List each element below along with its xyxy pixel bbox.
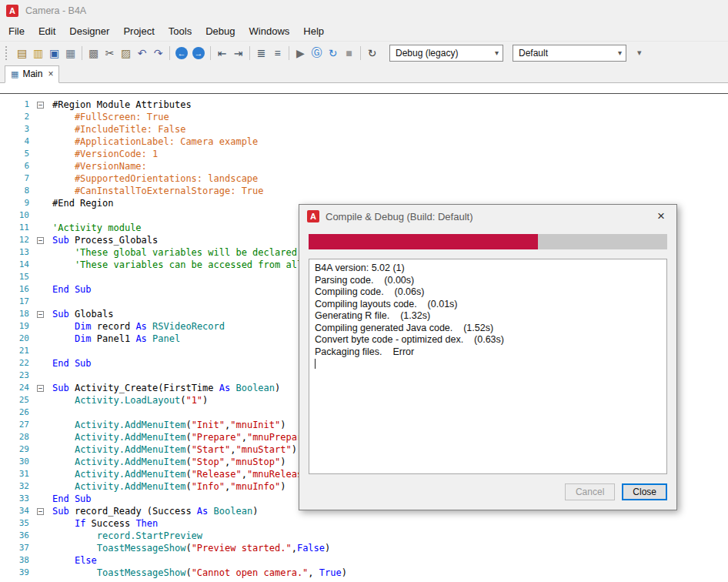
fold-margin [37, 259, 52, 271]
indent-icon[interactable]: ⇥ [230, 45, 246, 61]
copy-icon[interactable]: ▩ [85, 45, 102, 61]
redo-icon[interactable]: ↷ [150, 45, 166, 61]
code-line: 8 #CanInstallToExternalStorage: True [0, 185, 728, 197]
toolbar-overflow-icon[interactable]: ▾ [634, 46, 645, 59]
line-number: 30 [0, 456, 37, 468]
fold-margin: − [37, 99, 52, 111]
open-icon[interactable]: ▥ [30, 45, 46, 61]
code-line: 38 Else [0, 554, 728, 567]
fold-margin [37, 283, 52, 296]
tab-close-icon[interactable]: × [48, 69, 53, 79]
code-text: #VersionCode: 1 [52, 148, 158, 160]
fold-toggle-icon[interactable]: − [37, 102, 44, 109]
fold-margin [37, 357, 52, 370]
menu-tools[interactable]: Tools [162, 23, 199, 39]
back-icon[interactable]: ← [175, 47, 188, 59]
designer-icon[interactable]: ▦ [62, 45, 78, 61]
titlebar: A Camera - B4A [0, 0, 728, 22]
rerun-icon[interactable]: ↻ [325, 45, 341, 61]
line-number: 31 [0, 468, 37, 480]
menu-edit[interactable]: Edit [32, 23, 62, 39]
fold-margin [37, 333, 52, 345]
editor-gap [0, 83, 728, 93]
line-number: 19 [0, 320, 37, 333]
menu-designer[interactable]: Designer [62, 23, 116, 39]
fold-toggle-icon[interactable]: − [37, 311, 44, 318]
code-text: Sub Process_Globals [52, 234, 158, 246]
outdent-icon[interactable]: ⇤ [214, 45, 230, 61]
code-text: #IncludeTitle: False [52, 123, 185, 135]
line-number: 18 [0, 308, 37, 320]
line-number: 36 [0, 530, 37, 542]
comment-icon[interactable]: ≣ [253, 45, 269, 61]
window-title: Camera - B4A [25, 5, 86, 16]
chevron-down-icon: ▾ [618, 48, 622, 57]
fold-margin [37, 394, 52, 406]
fold-margin [37, 172, 52, 185]
line-number: 34 [0, 505, 37, 517]
menu-debug[interactable]: Debug [199, 23, 242, 39]
code-line: 6 #VersionName: [0, 160, 728, 172]
cut-icon[interactable]: ✂ [102, 45, 118, 61]
dialog-close-icon[interactable]: × [653, 209, 669, 224]
new-module-icon[interactable]: ▤ [14, 45, 30, 61]
code-text: Activity.AddMenuItem("Stop","mnuStop") [52, 456, 286, 468]
line-number: 17 [0, 296, 37, 308]
fold-toggle-icon[interactable]: − [37, 508, 44, 515]
code-text: End Sub [52, 283, 92, 296]
toolbar-separator [360, 46, 361, 60]
code-text: ToastMessageShow("Preview started.",Fals… [52, 542, 330, 554]
fold-margin [37, 443, 52, 456]
code-text: Activity.AddMenuItem("Start","mnuStart") [52, 443, 297, 456]
menu-windows[interactable]: Windows [242, 23, 297, 39]
run-icon[interactable]: ▶ [292, 45, 309, 61]
dialog-titlebar[interactable]: A Compile & Debug (Build: Default) × [299, 205, 676, 228]
undo-icon[interactable]: ↶ [134, 45, 150, 61]
menu-file[interactable]: File [2, 23, 32, 39]
fold-margin: − [37, 505, 52, 517]
dialog-buttons: Cancel Close [299, 474, 676, 510]
code-text: #CanInstallToExternalStorage: True [52, 185, 264, 197]
code-text: ToastMessageShow("Cannot open camera.", … [52, 567, 347, 579]
dialog-title: Compile & Debug (Build: Default) [326, 211, 647, 222]
code-text: Sub Globals [52, 308, 113, 320]
code-text: 'Activity module [52, 222, 142, 234]
log-line: Convert byte code - optimized dex. (0.63… [315, 334, 661, 346]
profile-dropdown[interactable]: Default ▾ [513, 45, 626, 62]
tab-strip: ▦ Main × [0, 64, 728, 83]
fold-toggle-icon[interactable]: − [37, 237, 44, 244]
log-area[interactable]: B4A version: 5.02 (1)Parsing code. (0.00… [309, 259, 667, 474]
tab-main[interactable]: ▦ Main × [5, 65, 59, 83]
line-number: 8 [0, 185, 37, 197]
toolbar-grip-handle[interactable] [5, 46, 9, 60]
menu-project[interactable]: Project [116, 23, 161, 39]
compile-debug-icon[interactable]: Ⓖ [309, 45, 325, 61]
fold-margin [37, 111, 52, 123]
fold-margin [37, 123, 52, 135]
fold-margin [37, 135, 52, 148]
line-number: 35 [0, 517, 37, 530]
code-line: 36 record.StartPreview [0, 530, 728, 542]
cancel-button[interactable]: Cancel [565, 483, 615, 500]
line-number: 4 [0, 135, 37, 148]
line-number: 1 [0, 99, 37, 111]
code-text: Sub Activity_Create(FirstTime As Boolean… [52, 382, 280, 394]
menubar: FileEditDesignerProjectToolsDebugWindows… [0, 22, 728, 41]
line-number: 13 [0, 246, 37, 259]
fold-margin [37, 406, 52, 419]
line-number: 23 [0, 370, 37, 382]
close-button[interactable]: Close [622, 483, 667, 500]
save-icon[interactable]: ▣ [46, 45, 62, 61]
fold-margin: − [37, 308, 52, 320]
paste-icon[interactable]: ▨ [118, 45, 134, 61]
forward-icon[interactable]: → [192, 47, 205, 59]
fold-toggle-icon[interactable]: − [37, 385, 44, 392]
code-text: Dim record As RSVideoRecord [52, 320, 225, 333]
fold-margin [37, 271, 52, 283]
uncomment-icon[interactable]: ≡ [269, 45, 286, 61]
code-line: 5 #VersionCode: 1 [0, 148, 728, 160]
stop-icon[interactable]: ■ [341, 45, 357, 61]
menu-help[interactable]: Help [296, 23, 331, 39]
clean-project-icon[interactable]: ↻ [364, 45, 380, 61]
build-configuration-dropdown[interactable]: Debug (legacy) ▾ [389, 45, 503, 62]
